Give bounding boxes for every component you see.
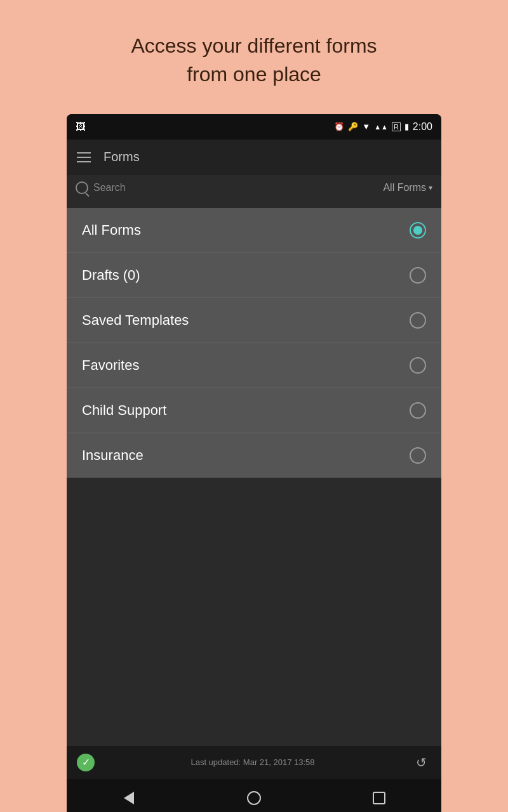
status-left: 🖼 xyxy=(76,121,86,133)
alarm-icon: ⏰ xyxy=(334,122,344,131)
radio-all-forms[interactable] xyxy=(410,222,426,239)
dropdown-item-favorites[interactable]: Favorites xyxy=(67,343,441,388)
last-updated-text: Last updated: Mar 21, 2017 13:58 xyxy=(190,757,314,767)
dropdown-item-saved-templates[interactable]: Saved Templates xyxy=(67,298,441,343)
r-icon: R xyxy=(392,122,401,131)
radio-drafts[interactable] xyxy=(410,267,426,284)
dropdown-label-insurance: Insurance xyxy=(82,447,144,464)
filter-label: All Forms xyxy=(383,182,426,193)
dropdown-label-saved-templates: Saved Templates xyxy=(82,312,189,329)
app-content: Search All Forms ▾ All Forms Drafts (0) … xyxy=(67,175,441,746)
filter-selector[interactable]: All Forms ▾ xyxy=(383,182,432,193)
hero-heading: Access your different forms from one pla… xyxy=(131,32,377,89)
radio-favorites[interactable] xyxy=(410,357,426,374)
radio-insurance[interactable] xyxy=(410,447,426,464)
recents-button[interactable] xyxy=(363,782,395,812)
home-button[interactable] xyxy=(238,782,270,812)
battery-icon: ▮ xyxy=(404,122,409,131)
nav-bar xyxy=(67,779,441,812)
time-display: 2:00 xyxy=(413,121,432,133)
status-right: ⏰ 🔑 ▼ ▲▲ R ▮ 2:00 xyxy=(334,121,432,133)
back-button[interactable] xyxy=(113,782,145,812)
radio-saved-templates[interactable] xyxy=(410,312,426,329)
dropdown-label-favorites: Favorites xyxy=(82,357,139,374)
dropdown-item-child-support[interactable]: Child Support xyxy=(67,388,441,433)
toolbar: Forms xyxy=(67,140,441,175)
key-icon: 🔑 xyxy=(348,122,358,131)
dropdown-menu: All Forms Drafts (0) Saved Templates Fav… xyxy=(67,208,441,478)
phone-frame: 🖼 ⏰ 🔑 ▼ ▲▲ R ▮ 2:00 Forms Search xyxy=(67,114,441,812)
refresh-button[interactable]: ↺ xyxy=(411,752,431,773)
dropdown-label-child-support: Child Support xyxy=(82,402,166,419)
radio-child-support[interactable] xyxy=(410,402,426,419)
bottom-status-bar: ✓ Last updated: Mar 21, 2017 13:58 ↺ xyxy=(67,746,441,779)
dropdown-label-drafts: Drafts (0) xyxy=(82,267,140,284)
search-input-placeholder[interactable]: Search xyxy=(93,182,126,193)
toolbar-title: Forms xyxy=(104,150,140,164)
dropdown-item-drafts[interactable]: Drafts (0) xyxy=(67,253,441,298)
hero-line2: from one place xyxy=(187,63,321,86)
home-circle-icon xyxy=(247,791,261,805)
chevron-down-icon: ▾ xyxy=(429,183,432,192)
back-arrow-icon xyxy=(124,792,134,804)
search-left: Search xyxy=(76,181,126,194)
wifi-icon: ▼ xyxy=(362,122,370,131)
recents-square-icon xyxy=(373,792,385,804)
dropdown-item-insurance[interactable]: Insurance xyxy=(67,433,441,478)
signal-icon: ▲▲ xyxy=(374,123,388,131)
radio-inner-all-forms xyxy=(413,226,422,235)
search-icon xyxy=(76,181,88,194)
dropdown-item-all-forms[interactable]: All Forms xyxy=(67,208,441,253)
status-bar: 🖼 ⏰ 🔑 ▼ ▲▲ R ▮ 2:00 xyxy=(67,114,441,140)
search-bar: Search All Forms ▾ xyxy=(67,175,441,200)
image-icon: 🖼 xyxy=(76,121,86,133)
hero-line1: Access your different forms xyxy=(131,34,377,57)
hamburger-menu-button[interactable] xyxy=(77,152,91,162)
status-check-icon: ✓ xyxy=(77,754,95,771)
dropdown-label-all-forms: All Forms xyxy=(82,222,141,239)
